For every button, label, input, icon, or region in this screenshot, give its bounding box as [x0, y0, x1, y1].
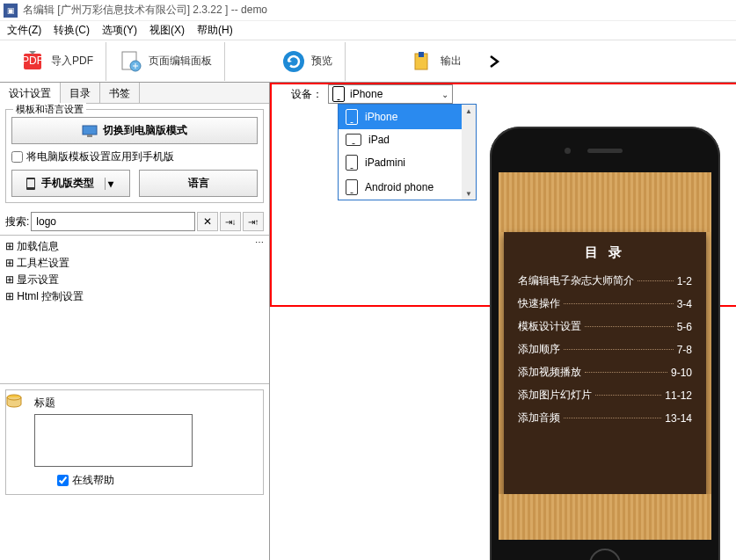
toc-row: 名编辑电子杂志大师简介1-2	[518, 273, 692, 288]
more-button[interactable]	[474, 40, 514, 82]
device-label: 设备：	[291, 87, 323, 102]
phone-type-label: 手机版类型	[41, 176, 94, 191]
chevron-right-icon	[486, 54, 502, 69]
indent-up-icon: ⇥↑	[248, 217, 259, 227]
apply-pc-template-checkbox[interactable]	[11, 151, 23, 163]
separator	[224, 42, 225, 81]
search-row: 搜索: ✕ ⇥↓ ⇥↑	[0, 208, 269, 235]
dropdown-scrollbar[interactable]: ▲ ▼	[462, 105, 476, 200]
device-bar: 设备： iPhone ⌄	[270, 83, 736, 105]
pdf-icon: PDF	[21, 49, 46, 74]
tablet-mini-icon	[346, 155, 358, 171]
tab-design[interactable]: 设计设置	[0, 83, 61, 104]
phone-preview: 目 录 名编辑电子杂志大师简介1-2快速操作3-4模板设计设置5-6添加顺序7-…	[490, 127, 720, 549]
preview-label: 预览	[311, 54, 332, 69]
language-button[interactable]: 语言	[139, 170, 258, 197]
tablet-icon	[346, 134, 361, 146]
property-area: 标题 在线帮助	[5, 389, 264, 495]
toc-row: 添加图片幻灯片11-12	[518, 388, 692, 403]
android-icon	[346, 179, 358, 195]
toc-row: 快速操作3-4	[518, 296, 692, 311]
svg-rect-7	[83, 126, 97, 135]
search-down-button[interactable]: ⇥↓	[220, 212, 241, 231]
switch-pc-mode-button[interactable]: 切换到电脑版模式	[11, 117, 258, 144]
svg-point-4	[283, 51, 304, 72]
toc-row: 添加顺序7-8	[518, 342, 692, 357]
refresh-icon	[281, 49, 306, 74]
separator	[345, 42, 346, 81]
search-label: 搜索:	[5, 215, 29, 229]
menu-view[interactable]: 视图(X)	[149, 23, 185, 38]
output-label: 输出	[441, 54, 462, 69]
dropdown-item-ipad[interactable]: iPad	[339, 129, 476, 150]
panel-tabs: 设计设置 目录 书签	[0, 83, 269, 104]
tree-item[interactable]: ⊞ 显示设置	[5, 272, 264, 288]
dropdown-item-ipadmini[interactable]: iPadmini	[339, 150, 476, 175]
monitor-icon	[82, 125, 98, 137]
apply-pc-template-label: 将电脑版模板设置应用到手机版	[26, 149, 174, 164]
switch-pc-label: 切换到电脑版模式	[103, 123, 187, 138]
tab-bookmark[interactable]: 书签	[100, 83, 140, 103]
device-dropdown: iPhone iPad iPadmini Android phone ▲ ▼	[338, 104, 477, 200]
import-pdf-label: 导入PDF	[51, 54, 93, 69]
preview-button[interactable]: 预览	[269, 40, 345, 82]
svg-rect-10	[27, 179, 34, 187]
phone-icon	[346, 109, 358, 125]
page-edit-icon	[119, 49, 143, 74]
indent-down-icon: ⇥↓	[225, 217, 237, 227]
phone-screen: 目 录 名编辑电子杂志大师简介1-2快速操作3-4模板设计设置5-6添加顺序7-…	[499, 172, 711, 540]
menu-convert[interactable]: 转换(C)	[54, 23, 90, 38]
search-input[interactable]	[31, 212, 195, 231]
output-icon	[411, 49, 435, 74]
clear-search-button[interactable]: ✕	[197, 212, 218, 231]
chevron-down-icon: ⌄	[441, 90, 448, 99]
prop-title-label: 标题	[34, 396, 258, 411]
template-language-group: 模板和语言设置 切换到电脑版模式 将电脑版模板设置应用到手机版 手机版类型 ▾ …	[5, 109, 264, 203]
more-dots[interactable]: ⋯	[255, 237, 266, 247]
page-edit-label: 页面编辑面板	[149, 54, 212, 69]
title-bar: ▣ 名编辑 [广州万彩信息技术有限公司] 2.3.22 ] -- demo	[0, 0, 736, 21]
page-edit-button[interactable]: 页面编辑面板	[106, 40, 224, 82]
online-help-label: 在线帮助	[72, 473, 114, 488]
phone-speaker	[587, 149, 623, 153]
svg-rect-8	[87, 135, 92, 137]
window-title: 名编辑 [广州万彩信息技术有限公司] 2.3.22 ] -- demo	[23, 3, 267, 18]
group-legend: 模板和语言设置	[13, 103, 86, 116]
scroll-up-icon: ▲	[462, 105, 476, 117]
tree-item[interactable]: ⊞ Html 控制设置	[5, 288, 264, 305]
import-pdf-button[interactable]: PDF 导入PDF	[9, 40, 106, 82]
left-panel: 设计设置 目录 书签 模板和语言设置 切换到电脑版模式 将电脑版模板设置应用到手…	[0, 83, 270, 560]
prop-title-input[interactable]	[34, 414, 193, 467]
app-logo-icon: ▣	[4, 4, 18, 18]
main-toolbar: PDF 导入PDF 页面编辑面板 预览 输出	[0, 40, 736, 83]
menu-help[interactable]: 帮助(H)	[197, 23, 233, 38]
menu-file[interactable]: 文件(Z)	[7, 23, 41, 38]
tree-item[interactable]: ⊞ 工具栏设置	[5, 255, 264, 272]
output-button[interactable]: 输出	[398, 40, 474, 82]
svg-text:PDF: PDF	[22, 55, 43, 67]
db-icon	[4, 392, 26, 413]
menu-bar: 文件(Z) 转换(C) 选项(Y) 视图(X) 帮助(H)	[0, 21, 736, 40]
phone-home-button	[589, 549, 621, 560]
caret-down-icon: ▾	[105, 178, 117, 190]
search-up-button[interactable]: ⇥↑	[243, 212, 264, 231]
phone-camera	[565, 148, 571, 154]
toc-row: 模板设计设置5-6	[518, 319, 692, 334]
dropdown-item-iphone[interactable]: iPhone	[339, 105, 476, 129]
book-heading: 目 录	[518, 244, 692, 261]
device-combo[interactable]: iPhone ⌄	[328, 84, 453, 104]
phone-type-button[interactable]: 手机版类型 ▾	[11, 170, 130, 197]
preview-panel: 设备： iPhone ⌄ iPhone iPad iPadmini	[270, 83, 736, 560]
tab-catalog[interactable]: 目录	[61, 83, 100, 103]
menu-options[interactable]: 选项(Y)	[102, 23, 137, 38]
toc-row: 添加音频13-14	[518, 411, 692, 425]
device-icon	[332, 86, 345, 102]
settings-tree[interactable]: ⋯ ⊞ 加载信息 ⊞ 工具栏设置 ⊞ 显示设置 ⊞ Html 控制设置	[0, 235, 269, 384]
device-selected: iPhone	[350, 88, 383, 100]
phone-icon	[26, 177, 36, 191]
toc-row: 添加视频播放9-10	[518, 365, 692, 380]
online-help-checkbox[interactable]	[57, 475, 69, 486]
tree-item[interactable]: ⊞ 加载信息	[5, 238, 264, 255]
svg-rect-6	[419, 52, 424, 57]
dropdown-item-android[interactable]: Android phone	[339, 175, 476, 200]
